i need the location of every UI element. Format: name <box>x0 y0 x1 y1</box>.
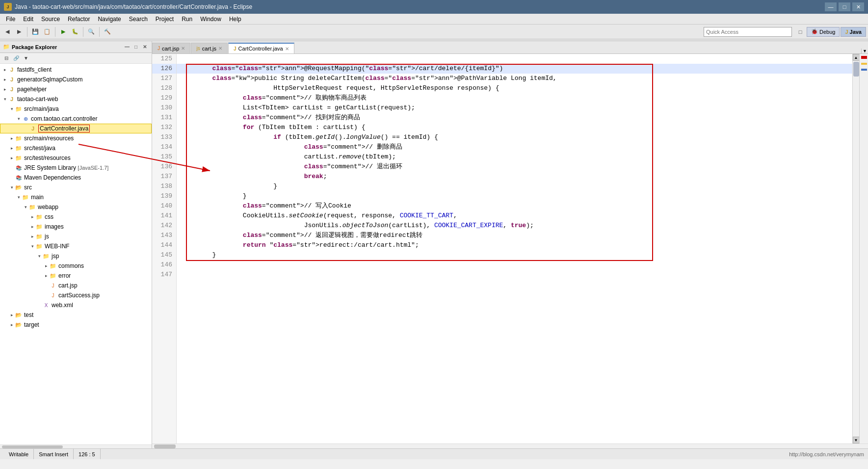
tree-item[interactable]: ▾ 📁 src/main/java <box>0 104 152 114</box>
pe-close-btn[interactable]: ✕ <box>141 43 149 51</box>
pe-hscroll[interactable] <box>0 444 152 448</box>
tree-item[interactable]: ▾ 📁 WEB-INF <box>0 241 152 251</box>
editor-hscroll[interactable] <box>152 443 868 448</box>
close-button[interactable]: ✕ <box>852 2 864 11</box>
code-line[interactable]: HttpServletRequest request, HttpServletR… <box>177 83 852 93</box>
pe-hscroll-thumb[interactable] <box>2 445 63 448</box>
tree-item[interactable]: 📚 JRE System Library [JavaSE-1.7] <box>0 163 152 173</box>
tab-cart-js[interactable]: js cart.js ✕ <box>191 43 228 53</box>
code-line[interactable]: class="comment">// 取购物车商品列表 <box>177 93 852 103</box>
code-area[interactable]: class="class="str">ann">@RequestMapping(… <box>177 54 852 443</box>
perspective-debug-btn[interactable]: 🐞 Debug <box>807 27 840 37</box>
tree-item[interactable]: ▸ 📂 test <box>0 310 152 320</box>
menu-help[interactable]: Help <box>225 15 245 24</box>
code-line[interactable]: for (TbItem tbItem : cartList) { <box>177 123 852 132</box>
cart-js-close-btn[interactable]: ✕ <box>218 46 222 51</box>
tree-item[interactable]: ▾ ⊕ com.taotao.cart.controller <box>0 114 152 124</box>
perspective-java-btn[interactable]: J Java <box>841 27 866 37</box>
tree-item[interactable]: ▾ J taotao-cart-web <box>0 94 152 104</box>
code-line[interactable]: } <box>177 250 852 260</box>
code-line[interactable] <box>177 260 852 270</box>
code-line[interactable]: List<TbItem> cartList = getCartList(requ… <box>177 103 852 113</box>
tree-item[interactable]: ▸ J pagehelper <box>0 84 152 94</box>
tree-item[interactable]: ▸ 📁 commons <box>0 261 152 271</box>
code-line[interactable]: class="class="str">ann">@RequestMapping(… <box>177 64 852 74</box>
toolbar-build-btn[interactable]: 🔨 <box>102 26 113 37</box>
pe-menu-btn[interactable]: ▼ <box>22 54 30 63</box>
menu-file[interactable]: File <box>2 15 19 24</box>
tab-cart-jsp[interactable]: J cart.jsp ✕ <box>152 43 190 53</box>
code-line[interactable] <box>177 54 852 64</box>
scroll-up-arrow[interactable]: ▲ <box>853 54 860 61</box>
pe-link-btn[interactable]: 🔗 <box>12 54 21 63</box>
tree-item[interactable]: ▸ 📁 error <box>0 271 152 281</box>
tree-item[interactable]: ▸ 📁 js <box>0 232 152 241</box>
toolbar-debug-btn[interactable]: 🐛 <box>70 26 80 37</box>
code-line[interactable]: class="comment">// 删除商品 <box>177 142 852 152</box>
tab-cart-controller[interactable]: J CartController.java ✕ <box>228 43 294 53</box>
maximize-button[interactable]: □ <box>839 2 850 11</box>
toolbar-perspectives-btn[interactable]: □ <box>795 26 806 37</box>
code-line[interactable]: if (tbItem.getId().longValue() == itemId… <box>177 132 852 142</box>
toolbar-run-btn[interactable]: ▶ <box>58 26 69 37</box>
menu-edit[interactable]: Edit <box>19 15 37 24</box>
tree-item[interactable]: ▸ 📁 src/main/resources <box>0 133 152 143</box>
cart-controller-close-btn[interactable]: ✕ <box>285 46 289 52</box>
tree-item[interactable]: ▾ 📂 src <box>0 182 152 192</box>
pe-minimize-btn[interactable]: — <box>123 43 131 51</box>
tree-item[interactable]: ▸ J fastdfs_client <box>0 65 152 75</box>
code-line[interactable]: class="comment">// 退出循环 <box>177 162 852 172</box>
code-line[interactable]: class="kw">public String deleteCartItem(… <box>177 74 852 83</box>
tree-item[interactable]: ▸ 📁 images <box>0 222 152 232</box>
tab-overflow-btn[interactable]: ▼ <box>861 49 868 53</box>
tree-item[interactable]: ▾ 📁 main <box>0 192 152 202</box>
code-line[interactable]: cartList.remove(tbItem); <box>177 152 852 162</box>
toolbar-save-btn[interactable]: 💾 <box>30 26 41 37</box>
code-line[interactable]: } <box>177 191 852 201</box>
code-line[interactable]: return "class="str">redirect:/cart/cart.… <box>177 240 852 250</box>
menu-search[interactable]: Search <box>125 15 152 24</box>
tree-item[interactable]: ▸ 📂 target <box>0 320 152 330</box>
minimize-button[interactable]: — <box>825 2 837 11</box>
editor-hscroll-thumb[interactable] <box>154 444 176 448</box>
cart-jsp-close-btn[interactable]: ✕ <box>181 46 185 51</box>
pe-collapse-btn[interactable]: ⊟ <box>2 54 11 63</box>
error-marker[interactable] <box>861 56 867 59</box>
menu-navigate[interactable]: Navigate <box>94 15 125 24</box>
code-line[interactable]: class="comment">// 返回逻辑视图，需要做redirect跳转 <box>177 231 852 240</box>
tree-item[interactable]: J CartController.java <box>0 124 152 133</box>
tree-item[interactable]: X web.xml <box>0 300 152 310</box>
toolbar-forward-btn[interactable]: ▶ <box>14 26 25 37</box>
menu-window[interactable]: Window <box>196 15 225 24</box>
toolbar-save-all-btn[interactable]: 📋 <box>42 26 53 37</box>
warning-marker[interactable] <box>861 63 867 65</box>
code-line[interactable]: class="comment">// 找到对应的商品 <box>177 113 852 123</box>
code-line[interactable]: break; <box>177 172 852 182</box>
editor-vscroll[interactable]: ▲ ▼ <box>852 54 859 443</box>
tree-item[interactable]: ▾ 📁 jsp <box>0 251 152 261</box>
code-line[interactable]: } <box>177 182 852 191</box>
pe-maximize-btn[interactable]: □ <box>132 43 140 51</box>
toolbar-back-btn[interactable]: ◀ <box>2 26 13 37</box>
tree-item[interactable]: ▸ 📁 src/test/java <box>0 143 152 153</box>
tree-item[interactable]: J cartSuccess.jsp <box>0 290 152 300</box>
info-marker[interactable] <box>861 69 867 71</box>
menu-refactor[interactable]: Refactor <box>64 15 94 24</box>
code-line[interactable]: class="comment">// 写入Cookie <box>177 201 852 211</box>
quick-access-input[interactable] <box>704 27 792 37</box>
tree-item[interactable]: ▸ 📁 css <box>0 212 152 222</box>
tree-item[interactable]: 📚 Maven Dependencies <box>0 173 152 182</box>
menu-source[interactable]: Source <box>37 15 64 24</box>
tree-item[interactable]: ▸ 📁 src/test/resources <box>0 153 152 163</box>
tree-item[interactable]: ▾ 📁 webapp <box>0 202 152 212</box>
menu-project[interactable]: Project <box>152 15 178 24</box>
toolbar-search-btn[interactable]: 🔍 <box>86 26 97 37</box>
tree-item[interactable]: ▸ J generatorSqlmapCustom <box>0 75 152 84</box>
menu-run[interactable]: Run <box>178 15 196 24</box>
code-line[interactable]: JsonUtils.objectToJson(cartList), COOKIE… <box>177 221 852 231</box>
tree-item[interactable]: J cart.jsp <box>0 281 152 290</box>
code-line[interactable]: CookieUtils.setCookie(request, response,… <box>177 211 852 221</box>
code-line[interactable] <box>177 270 852 280</box>
scroll-thumb[interactable] <box>853 62 859 77</box>
scroll-down-arrow[interactable]: ▼ <box>853 437 860 443</box>
